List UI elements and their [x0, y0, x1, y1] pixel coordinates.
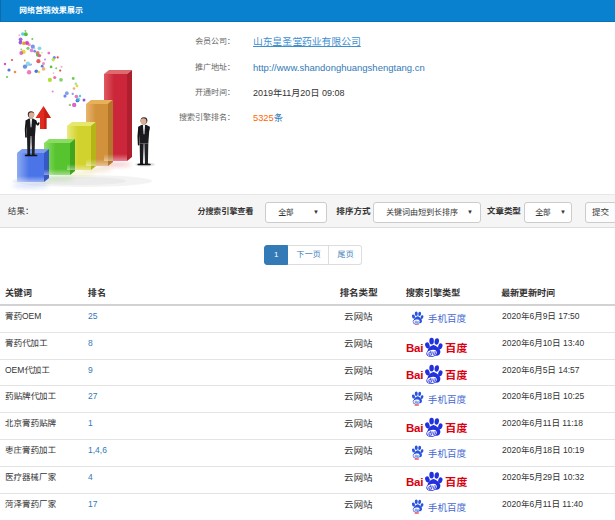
- svg-text:du: du: [414, 508, 419, 513]
- svg-text:du: du: [414, 400, 419, 405]
- svg-text:du: du: [414, 454, 419, 459]
- svg-text:du: du: [414, 319, 419, 324]
